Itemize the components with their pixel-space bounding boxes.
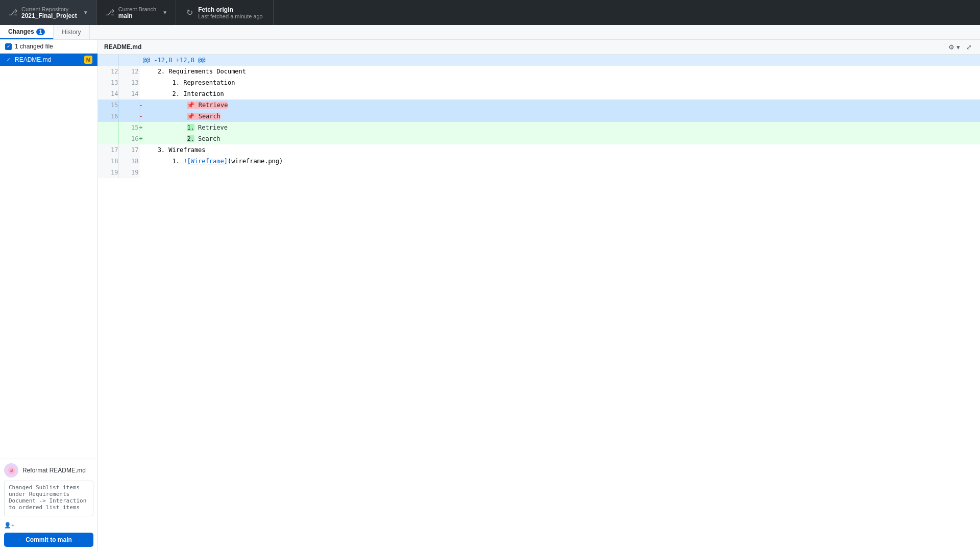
diff-content: @@ -12,8 +12,8 @@ 12 12 2. Requirements … [98, 55, 980, 551]
line-code [143, 167, 980, 178]
line-code: 1. Representation [143, 77, 980, 88]
line-code: 📌 Search [143, 111, 980, 122]
current-branch-section[interactable]: ⎇ Current Branch main ▼ [97, 0, 177, 25]
table-row: 14 14 2. Interaction [98, 88, 980, 99]
repo-icon: ⎇ [8, 8, 17, 17]
hunk-header-row: @@ -12,8 +12,8 @@ [98, 55, 980, 66]
branch-icon: ⎇ [105, 8, 114, 17]
hunk-sign [139, 55, 143, 66]
diff-settings-button[interactable]: ⚙ ▾ [946, 42, 962, 52]
table-row: 18 18 1. ![Wireframe](wireframe.png) [98, 156, 980, 167]
commit-description-input[interactable]: Changed Sublist items under Requirements… [4, 481, 93, 516]
fetch-origin-section[interactable]: ↻ Fetch origin Last fetched a minute ago [176, 0, 274, 25]
line-sign: + [139, 133, 143, 144]
file-modified-badge: M [84, 56, 92, 64]
line-num-old: 15 [98, 99, 118, 111]
line-code: 📌 Retrieve [143, 99, 980, 111]
repo-name: 2021_Final_Project [21, 12, 77, 19]
topbar: ⎇ Current Repository 2021_Final_Project … [0, 0, 980, 25]
line-sign [139, 66, 143, 77]
diff-filename: README.md [104, 43, 141, 51]
line-code: 1. Retrieve [143, 122, 980, 133]
deleted-inline: 📌 Search [187, 113, 220, 120]
file-name: README.md [15, 56, 81, 63]
line-sign [139, 88, 143, 99]
hunk-line-num-new [118, 55, 139, 66]
tab-changes-label: Changes [8, 28, 34, 35]
commit-input-row: 🌸 [4, 463, 93, 478]
fetch-title: Fetch origin [198, 6, 263, 13]
branch-chevron-icon: ▼ [162, 10, 167, 15]
fetch-subtitle: Last fetched a minute ago [198, 13, 263, 19]
line-code: 1. ![Wireframe](wireframe.png) [143, 156, 980, 167]
line-code: 2. Requirements Document [143, 66, 980, 77]
line-num-old: 12 [98, 66, 118, 77]
line-sign: - [139, 99, 143, 111]
table-row: 19 19 [98, 167, 980, 178]
table-row: 17 17 3. Wireframes [98, 144, 980, 156]
commit-avatar: 🌸 [4, 463, 18, 478]
line-num-new: 17 [118, 144, 139, 156]
line-num-new: 13 [118, 77, 139, 88]
line-code: 2. Search [143, 133, 980, 144]
line-num-new: 18 [118, 156, 139, 167]
commit-button[interactable]: Commit to main [4, 533, 93, 547]
table-row: 16 - 📌 Search [98, 111, 980, 122]
changed-files-header: ✓ 1 changed file [0, 40, 97, 54]
hunk-header-text: @@ -12,8 +12,8 @@ [143, 55, 980, 66]
diff-actions: ⚙ ▾ ⤢ [946, 42, 974, 52]
current-repo-section[interactable]: ⎇ Current Repository 2021_Final_Project … [0, 0, 97, 25]
line-num-new: 19 [118, 167, 139, 178]
line-num-old: 19 [98, 167, 118, 178]
line-sign: + [139, 122, 143, 133]
line-num-old: 17 [98, 144, 118, 156]
line-num-old [98, 133, 118, 144]
line-sign: - [139, 111, 143, 122]
diff-table: @@ -12,8 +12,8 @@ 12 12 2. Requirements … [98, 55, 980, 178]
line-num-old: 13 [98, 77, 118, 88]
sidebar-files: ✓ 1 changed file ✓ README.md M [0, 40, 97, 459]
line-num-old: 18 [98, 156, 118, 167]
line-num-old: 16 [98, 111, 118, 122]
repo-label: Current Repository [21, 6, 77, 12]
branch-label: Current Branch [118, 6, 157, 12]
line-num-new: 12 [118, 66, 139, 77]
line-sign [139, 156, 143, 167]
line-sign [139, 144, 143, 156]
line-num-old [98, 122, 118, 133]
line-num-old: 14 [98, 88, 118, 99]
line-num-new: 15 [118, 122, 139, 133]
select-all-checkbox[interactable]: ✓ [5, 43, 12, 50]
commit-area: 🌸 Changed Sublist items under Requiremen… [0, 459, 97, 551]
table-row: 15 - 📌 Retrieve [98, 99, 980, 111]
tab-history[interactable]: History [54, 25, 89, 39]
line-num-new [118, 99, 139, 111]
table-row: 15 + 1. Retrieve [98, 122, 980, 133]
diff-expand-button[interactable]: ⤢ [964, 42, 974, 52]
table-row: 16 + 2. Search [98, 133, 980, 144]
added-inline: 2. [187, 135, 194, 142]
tab-changes[interactable]: Changes 1 [0, 25, 54, 39]
line-num-new: 14 [118, 88, 139, 99]
repo-chevron-icon: ▼ [83, 10, 88, 15]
fetch-icon: ↻ [186, 8, 193, 17]
commit-title-input[interactable] [22, 467, 99, 474]
tab-history-label: History [62, 29, 81, 36]
hunk-line-num-old [98, 55, 118, 66]
line-code: 2. Interaction [143, 88, 980, 99]
line-sign [139, 167, 143, 178]
file-checkbox[interactable]: ✓ [5, 57, 12, 63]
changed-files-label: 1 changed file [15, 43, 53, 50]
table-row: 12 12 2. Requirements Document [98, 66, 980, 77]
table-row: 13 13 1. Representation [98, 77, 980, 88]
line-sign [139, 77, 143, 88]
added-inline: 1. [187, 124, 194, 131]
tab-changes-badge: 1 [36, 29, 45, 35]
line-code: 3. Wireframes [143, 144, 980, 156]
add-coauthor-icon: 👤+ [4, 522, 14, 529]
file-item-readme[interactable]: ✓ README.md M [0, 54, 97, 66]
tabbar: Changes 1 History [0, 25, 980, 40]
add-coauthor[interactable]: 👤+ [4, 522, 14, 529]
commit-footer: 👤+ [4, 522, 93, 529]
line-num-new: 16 [118, 133, 139, 144]
